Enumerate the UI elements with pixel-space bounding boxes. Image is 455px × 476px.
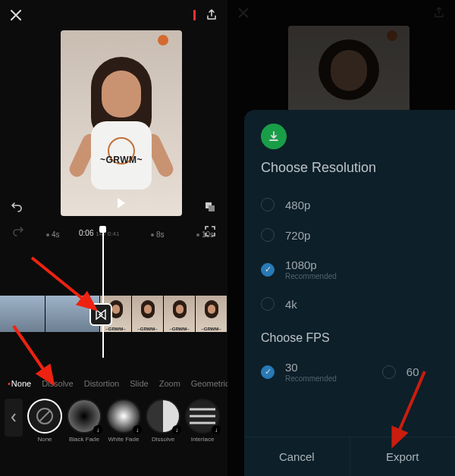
tab-geometric[interactable]: Geometric [191, 379, 230, 388]
svg-rect-1 [209, 205, 215, 211]
clip-1[interactable] [0, 296, 46, 332]
effect-dissolve[interactable]: ↓ Dissolve [146, 399, 180, 443]
editor-screen: ~GRWM~ 4s 0:06 14 / 0:41 8s 10s ~GRWM~ ~… [0, 0, 228, 476]
ruler-tick: 10s [202, 230, 214, 239]
clip-6[interactable]: ~GRWM~ [196, 296, 228, 332]
export-button-top[interactable] [205, 8, 218, 22]
export-screen: Choose Resolution 480p 720p 1080pRecomme… [228, 0, 455, 476]
effect-thumbnails: None ↓ Black Fade ↓ White Fade ↓ Dissolv… [0, 396, 228, 443]
ruler-tick: 4s [52, 230, 60, 239]
undo-button[interactable] [8, 197, 27, 217]
effects-prev-button[interactable] [5, 399, 23, 437]
download-icon: ↓ [133, 425, 142, 434]
timeline[interactable]: ~GRWM~ ~GRWM~ ~GRWM~ ~GRWM~ [0, 244, 228, 358]
playhead[interactable] [102, 227, 104, 358]
effect-white-fade[interactable]: ↓ White Fade [106, 399, 141, 443]
download-badge-icon [261, 124, 287, 149]
ruler-tick: 8s [156, 230, 165, 239]
effect-none[interactable]: None [27, 399, 62, 443]
export-button[interactable]: Export [350, 437, 456, 476]
effect-interlace[interactable]: ↓ Interlace [185, 399, 220, 443]
resolution-1080p[interactable]: 1080pRecommended [261, 250, 440, 289]
top-bar [0, 0, 228, 30]
radio-icon [261, 297, 275, 311]
resolution-4k[interactable]: 4k [261, 289, 440, 319]
play-icon[interactable] [118, 198, 125, 208]
svg-line-3 [39, 411, 50, 421]
transition-tabs: •None Dissolve Distortion Slide Zoom Geo… [0, 368, 228, 396]
download-icon: ↓ [172, 425, 181, 434]
timeline-ruler[interactable]: 4s 0:06 14 / 0:41 8s 10s [0, 227, 228, 244]
tab-dissolve[interactable]: Dissolve [42, 379, 74, 388]
record-indicator [193, 10, 196, 20]
tab-none[interactable]: •None [8, 379, 31, 388]
tab-slide[interactable]: Slide [130, 379, 148, 388]
export-sheet: Choose Resolution 480p 720p 1080pRecomme… [244, 110, 455, 476]
resolution-480p[interactable]: 480p [261, 189, 440, 220]
sheet-actions: Cancel Export [244, 437, 455, 476]
tab-distortion[interactable]: Distortion [84, 379, 119, 388]
clip-5[interactable]: ~GRWM~ [164, 296, 196, 332]
video-frame: ~GRWM~ [61, 30, 182, 216]
cancel-button[interactable]: Cancel [244, 437, 350, 476]
effect-black-fade[interactable]: ↓ Black Fade [67, 399, 102, 443]
video-caption: ~GRWM~ [61, 155, 182, 165]
video-preview[interactable]: ~GRWM~ [0, 30, 228, 227]
fps-60[interactable]: 60 [382, 358, 419, 386]
radio-icon-checked [261, 365, 275, 379]
download-icon: ↓ [212, 425, 221, 434]
fps-heading: Choose FPS [261, 331, 440, 345]
tab-zoom[interactable]: Zoom [159, 379, 180, 388]
resolution-heading: Choose Resolution [261, 160, 440, 176]
resolution-720p[interactable]: 720p [261, 220, 440, 250]
download-icon: ↓ [93, 425, 102, 434]
layers-button[interactable] [200, 197, 220, 217]
clip-4[interactable]: ~GRWM~ [132, 296, 164, 332]
clip-track[interactable]: ~GRWM~ ~GRWM~ ~GRWM~ ~GRWM~ [0, 296, 228, 332]
close-button[interactable] [9, 8, 23, 22]
radio-icon [261, 198, 275, 211]
radio-icon [261, 228, 275, 242]
playhead-time: 0:06 [79, 229, 93, 237]
radio-icon-checked [261, 263, 275, 277]
radio-icon [382, 365, 396, 379]
transition-node[interactable] [89, 303, 112, 326]
fps-30[interactable]: 30Recommended [261, 358, 337, 386]
